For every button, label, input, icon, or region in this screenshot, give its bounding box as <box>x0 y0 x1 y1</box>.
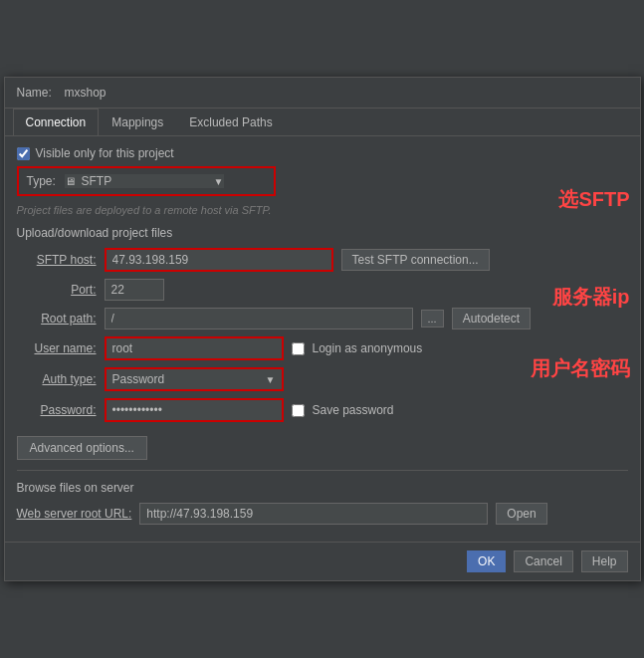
advanced-options-button[interactable]: Advanced options... <box>17 436 147 460</box>
test-sftp-button[interactable]: Test SFTP connection... <box>341 249 490 271</box>
password-row: Password: Save password <box>17 398 628 422</box>
browse-section: Browse files on server Web server root U… <box>17 481 628 525</box>
sftp-icon: 🖥 <box>65 175 76 187</box>
password-label: Password: <box>17 403 97 417</box>
name-row: Name: mxshop <box>5 78 640 109</box>
bottom-bar: OK Cancel Help <box>5 542 640 580</box>
visible-only-checkbox[interactable] <box>17 147 30 160</box>
password-input[interactable] <box>105 398 284 422</box>
autodetect-button[interactable]: Autodetect <box>452 308 531 329</box>
web-server-url-row: Web server root URL: Open <box>17 503 628 525</box>
tab-connection[interactable]: Connection <box>13 109 100 135</box>
login-anon-label: Login as anonymous <box>313 341 423 355</box>
annot-userpass: 用户名密码 <box>531 355 630 382</box>
cancel-button[interactable]: Cancel <box>514 550 572 572</box>
type-select[interactable]: 🖥 SFTP ▼ <box>65 174 224 188</box>
ok-button[interactable]: OK <box>467 550 506 572</box>
login-anon-checkbox[interactable] <box>292 342 305 355</box>
name-value: mxshop <box>65 86 107 100</box>
browse-section-title: Browse files on server <box>17 481 628 495</box>
annot-sftp: 选SFTP <box>558 186 629 213</box>
tab-content: 选SFTP 服务器ip 用户名密码 Visible only for this … <box>5 136 640 542</box>
port-row: Port: <box>17 279 628 301</box>
deployment-dialog: Name: mxshop Connection Mappings Exclude… <box>4 77 641 581</box>
type-value: SFTP <box>82 174 208 188</box>
auth-type-label: Auth type: <box>17 372 97 386</box>
save-password-label: Save password <box>313 403 394 417</box>
web-server-url-input[interactable] <box>139 503 488 525</box>
tab-excluded-paths[interactable]: Excluded Paths <box>176 109 285 135</box>
sftp-host-label: SFTP host: <box>17 253 97 267</box>
user-name-input[interactable] <box>105 336 284 360</box>
web-server-url-label: Web server root URL: <box>17 507 132 521</box>
auth-type-dropdown-arrow[interactable]: ▼ <box>266 374 276 385</box>
root-path-browse-button[interactable]: ... <box>421 310 444 328</box>
tab-mappings[interactable]: Mappings <box>99 109 176 135</box>
upload-section-title: Upload/download project files <box>17 226 628 240</box>
name-label: Name: <box>17 86 57 100</box>
sftp-host-input[interactable] <box>105 248 333 272</box>
visible-only-label: Visible only for this project <box>36 146 174 160</box>
port-label: Port: <box>17 283 97 297</box>
root-path-row: Root path: ... Autodetect <box>17 308 628 329</box>
user-name-label: User name: <box>17 341 97 355</box>
sftp-description: Project files are deployed to a remote h… <box>17 204 628 216</box>
root-path-label: Root path: <box>17 312 97 326</box>
type-dropdown-arrow[interactable]: ▼ <box>214 176 224 187</box>
visible-only-row: Visible only for this project <box>17 146 628 160</box>
port-input[interactable] <box>105 279 164 301</box>
sftp-host-row: SFTP host: Test SFTP connection... <box>17 248 628 272</box>
auth-type-value: Password <box>112 372 260 386</box>
help-button[interactable]: Help <box>581 550 628 572</box>
type-label: Type: <box>27 174 57 188</box>
root-path-input[interactable] <box>105 308 413 329</box>
save-password-checkbox[interactable] <box>292 404 305 417</box>
annot-serverip: 服务器ip <box>552 284 630 311</box>
auth-type-select[interactable]: Password ▼ <box>105 367 284 391</box>
tabs-bar: Connection Mappings Excluded Paths <box>5 109 640 136</box>
open-button[interactable]: Open <box>496 503 546 525</box>
